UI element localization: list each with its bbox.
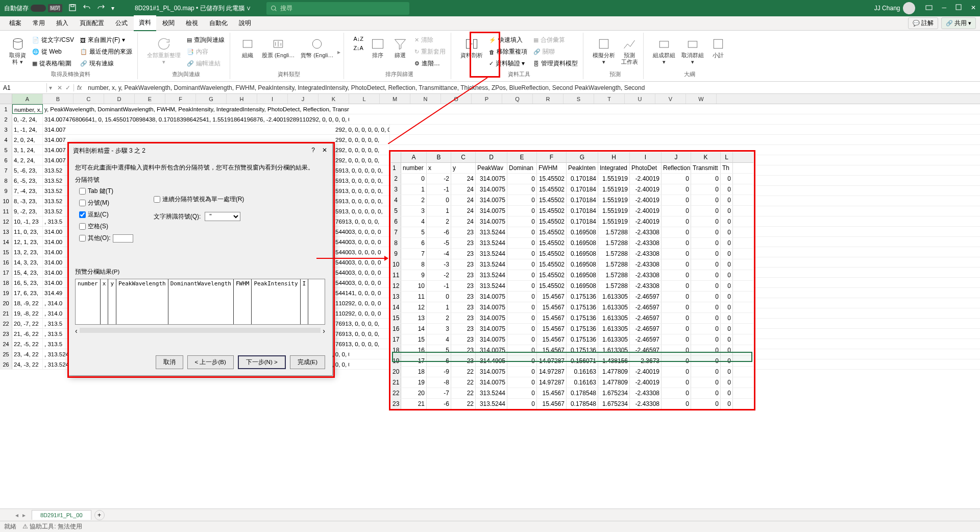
other-checkbox[interactable]: 其他(O): — [79, 234, 133, 243]
enter-fx-icon[interactable]: ✓ — [65, 84, 70, 91]
back-button[interactable]: < 上一步(B) — [187, 355, 234, 369]
close-icon[interactable]: ✕ — [971, 4, 976, 13]
consolidate-btn[interactable]: ▦合併彙算 — [531, 35, 580, 45]
get-data-btn[interactable]: 取得資 料 ▾ — [7, 35, 28, 67]
share-btn[interactable]: 🔗 共用 ▾ — [941, 17, 976, 29]
refresh-all-btn[interactable]: 全部重新整理 ▾ — [145, 35, 183, 67]
cell-tail[interactable]: 544003, 0, 0, 0, 0 — [334, 237, 390, 247]
cell[interactable]: 19, -8, 22 — [12, 308, 43, 318]
cell-tail[interactable]: 110292, 0, 0, 0, 0 — [334, 298, 390, 308]
tab-data[interactable]: 資料 — [134, 15, 156, 31]
col-header[interactable]: K — [318, 94, 349, 104]
cell[interactable]: 2, 0, 24, — [12, 135, 43, 144]
preview-pane[interactable]: number x y PeakWavelength DominantWavele… — [75, 279, 325, 325]
data-model-btn[interactable]: 🗄管理資料模型 — [531, 58, 580, 69]
row-header[interactable]: 15 — [0, 247, 12, 257]
row-header[interactable]: 22 — [0, 319, 12, 328]
row-header[interactable]: 17 — [0, 268, 12, 277]
flash-fill-btn[interactable]: ⚡快速填入 — [487, 35, 529, 45]
org-type-btn[interactable]: 組織 — [237, 35, 258, 61]
cell[interactable]: 11, 0, 23, — [12, 227, 43, 236]
whatif-btn[interactable]: 模擬分析 ▾ — [591, 35, 617, 67]
cell[interactable]: 17, 6, 23, — [12, 288, 43, 298]
row-header[interactable]: 16 — [0, 257, 12, 267]
filename[interactable]: 8D291#1_PL_00.map • 已儲存到 此電腦 ∨ — [135, 4, 251, 13]
subtotal-btn[interactable]: 小計 — [708, 35, 728, 61]
from-web-btn[interactable]: 🌐從 Web — [30, 46, 76, 57]
cell-overflow[interactable]: 314.007476806641, 0, 15.4550170898438, 0… — [43, 114, 349, 124]
row-header[interactable]: 12 — [0, 216, 12, 226]
search-input[interactable]: 搜尋 — [266, 2, 409, 15]
row-header[interactable]: 2 — [0, 114, 12, 124]
text-qualifier-select[interactable]: " — [205, 212, 240, 221]
data-validation-btn[interactable]: ✓資料驗證 ▾ — [487, 58, 529, 69]
tab-help[interactable]: 說明 — [234, 16, 256, 31]
col-header[interactable]: C — [74, 94, 104, 104]
cell[interactable]: 15, 4, 23, — [12, 268, 43, 277]
row-header[interactable]: 20 — [0, 298, 12, 308]
col-header[interactable]: S — [564, 94, 594, 104]
col-header[interactable]: P — [472, 94, 502, 104]
finish-button[interactable]: 完成(E) — [290, 355, 325, 369]
cell-overflow[interactable]: y, PeakWavelength, DominantWavelength, F… — [43, 104, 349, 114]
col-header[interactable]: V — [655, 94, 686, 104]
dialog-help-icon[interactable]: ? — [311, 147, 315, 155]
tab-insert[interactable]: 插入 — [51, 16, 74, 31]
queries-btn[interactable]: ▤查詢與連線 — [185, 35, 227, 45]
cell[interactable]: 6, -5, 23, — [12, 176, 43, 185]
cancel-fx-icon[interactable]: ✕ — [57, 84, 62, 91]
properties-btn[interactable]: 📑內容 — [185, 46, 227, 57]
preview-scroll-right[interactable]: › — [323, 327, 325, 335]
edit-links-btn[interactable]: 🔗編輯連結 — [185, 58, 227, 69]
minimize-icon[interactable]: ─ — [942, 4, 946, 13]
cell-tail[interactable]: 5913, 0, 0, 0, 0, 0, — [334, 186, 390, 196]
name-box[interactable]: A1 — [0, 83, 47, 92]
cell-tail[interactable]: 292, 0, 0, 0, 0, 0, 0, 0, 0, 0, 0, 0, 0 — [334, 125, 390, 134]
row-header[interactable]: 24 — [0, 339, 12, 349]
cell[interactable]: number, x, — [12, 104, 43, 114]
comma-checkbox[interactable]: 逗點(C) — [79, 210, 133, 219]
dialog-close-icon[interactable]: ✕ — [322, 147, 327, 155]
row-header[interactable]: 13 — [0, 227, 12, 236]
col-header[interactable]: W — [686, 94, 717, 104]
undo-icon[interactable] — [83, 4, 91, 13]
qat-dropdown-icon[interactable]: ▾ — [111, 5, 114, 12]
sheet-nav-prev[interactable]: ◂ — [15, 512, 18, 519]
row-header[interactable]: 14 — [0, 237, 12, 247]
stocks-type-btn[interactable]: 股票 (Engli… — [260, 35, 297, 61]
cell[interactable]: 20, -7, 22 — [12, 319, 43, 328]
cell-tail[interactable]: 76913, 0, 0, 0, 0, — [334, 319, 390, 328]
cell[interactable]: 13, 2, 23, — [12, 247, 43, 257]
cell[interactable]: 9, -2, 23, — [12, 206, 43, 216]
col-header[interactable]: G — [196, 94, 227, 104]
cell-tail[interactable]: 292, 0, 0, 0, 0, 0, — [334, 145, 390, 155]
cell-tail[interactable]: 110292, 0, 0, 0, 0 — [334, 308, 390, 318]
row-header[interactable]: 26 — [0, 359, 12, 369]
space-checkbox[interactable]: 空格(S) — [79, 222, 133, 231]
cell-tail[interactable]: 76913, 0, 0, 0, 0, — [334, 216, 390, 226]
cell-tail[interactable]: 292, 0, 0, 0, 0, 0, — [334, 135, 390, 144]
cell[interactable]: 22, -5, 22 — [12, 339, 43, 349]
next-button[interactable]: 下一步(N) > — [238, 355, 286, 369]
col-header[interactable]: D — [104, 94, 135, 104]
cell-tail[interactable]: 5913, 0, 0, 0, 0, 0, — [334, 176, 390, 185]
col-header[interactable]: B — [43, 94, 74, 104]
cell-tail[interactable]: 544003, 0, 0, 0, 0 — [334, 247, 390, 257]
autosave-toggle[interactable]: 自動儲存 關閉 — [4, 4, 62, 13]
row-header[interactable]: 5 — [0, 145, 12, 155]
col-header[interactable]: I — [257, 94, 288, 104]
col-header[interactable]: E — [135, 94, 165, 104]
sort-za-btn[interactable]: Z↓A — [351, 44, 365, 52]
formula-input[interactable]: number, x, y, PeakWavelength, DominantWa… — [85, 83, 980, 92]
col-header[interactable]: N — [410, 94, 441, 104]
tab-layout[interactable]: 頁面配置 — [75, 16, 109, 31]
tab-checkbox[interactable]: Tab 鍵(T) — [79, 187, 133, 196]
col-header[interactable]: Q — [502, 94, 533, 104]
fx-icon[interactable]: fx — [74, 84, 85, 91]
cell[interactable]: 16, 5, 23, — [12, 278, 43, 287]
cell-tail[interactable]: 5913, 0, 0, 0, 0, 0, — [334, 196, 390, 206]
accessibility-status[interactable]: ⚠ 協助工具: 無法使用 — [22, 522, 82, 531]
cell[interactable]: 3, 1, 24, — [12, 145, 43, 155]
row-header[interactable]: 8 — [0, 176, 12, 185]
from-table-btn[interactable]: ▦從表格/範圍 — [30, 58, 76, 69]
